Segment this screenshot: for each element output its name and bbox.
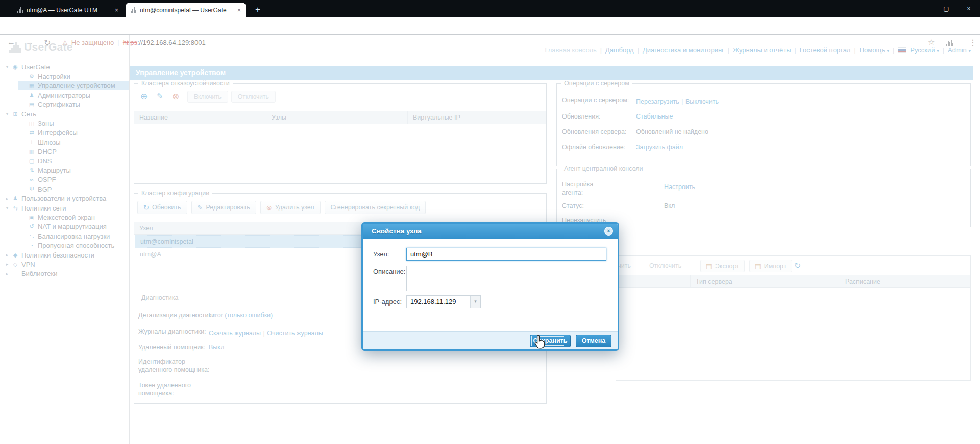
expand-arrow-icon[interactable]: ▾ (4, 205, 10, 211)
new-tab-button[interactable]: + (252, 4, 263, 15)
expand-arrow-icon[interactable]: ▾ (4, 111, 10, 116)
refresh-button[interactable]: ↻Обновить (137, 201, 187, 214)
sidebar-item-ospf[interactable]: ∞OSPF (0, 175, 129, 184)
console-agent-section: Агент централной консоли Настройка агент… (556, 169, 971, 227)
sidebar-item-network-policies[interactable]: ▾⇆Политики сети (0, 203, 129, 213)
nav-diagnostics[interactable]: Диагностика и мониторинг (643, 46, 724, 54)
delete-icon[interactable]: ⊗ (172, 91, 179, 102)
remote-assistant-link[interactable]: Выкл (209, 344, 224, 351)
column-header-schedule[interactable]: Расписание (840, 275, 970, 287)
sidebar-item-certificates[interactable]: ▤Сертификаты (0, 100, 129, 109)
agent-configure-link[interactable]: Настроить (664, 183, 695, 191)
tab-close-icon[interactable]: × (115, 7, 118, 14)
upload-file-link[interactable]: Загрузить файл (636, 144, 683, 151)
divider: | (893, 46, 894, 54)
sidebar-item-load-balancing[interactable]: ⇋Балансировка нагрузки (0, 231, 129, 241)
generate-secret-button[interactable]: Сгенерировать секретный код (325, 201, 426, 214)
column-header-nodes[interactable]: Узлы (266, 111, 408, 124)
collapse-arrow-icon[interactable]: ▸ (4, 262, 10, 267)
sidebar-item-vpn[interactable]: ▸◇VPN (0, 260, 129, 269)
sidebar-item-users-devices[interactable]: ▸♟Пользователи и устройства (0, 194, 129, 203)
refresh-icon: ↻ (143, 204, 149, 212)
edit-pencil-icon[interactable]: ✎ (157, 91, 163, 101)
column-header-virtual-ip[interactable]: Виртуальные IP (408, 111, 546, 124)
offline-update-label: Офлайн обновление: (562, 144, 625, 151)
window-maximize-button[interactable]: ▢ (935, 0, 958, 17)
servers-disable-button[interactable]: Отключить (649, 262, 681, 269)
sidebar-item-usergate[interactable]: ▾◉UserGate (0, 62, 129, 72)
sidebar-item-nat-routing[interactable]: ↺NAT и маршрутизация (0, 222, 129, 231)
nav-dashboard[interactable]: Дашборд (605, 46, 634, 54)
server-ops-links: Перезагрузить | Выключить (636, 97, 719, 106)
nav-main-console[interactable]: Главная консоль (545, 46, 596, 54)
export-button[interactable]: ▤Экспорт (700, 260, 745, 272)
updates-channel-link[interactable]: Стабильные (636, 113, 673, 120)
description-textarea[interactable] (406, 266, 606, 291)
expand-arrow-icon[interactable]: ▾ (4, 64, 10, 69)
enable-button[interactable]: Включить (187, 91, 228, 103)
sidebar-item-bgp[interactable]: ΨBGP (0, 184, 129, 194)
sidebar-item-settings[interactable]: ⚙Настройки (0, 72, 129, 81)
node-name-input[interactable] (406, 248, 606, 261)
window-close-button[interactable]: × (958, 0, 980, 17)
collapse-arrow-icon[interactable]: ▸ (4, 196, 10, 201)
column-header-hidden[interactable] (616, 275, 691, 287)
cancel-button[interactable]: Отмена (576, 335, 611, 347)
sidebar-item-interfaces[interactable]: ⇄Интерфейсы (0, 128, 129, 137)
sidebar-item-device-management[interactable]: ▦Управление устройством (0, 81, 129, 90)
column-header-server-type[interactable]: Тип сервера (691, 275, 840, 287)
sidebar-item-gateways[interactable]: ⊥Шлюзы (0, 137, 129, 147)
download-logs-link[interactable]: Скачать журналы (209, 330, 261, 337)
usergate-favicon (131, 7, 136, 13)
sidebar-item-zones[interactable]: ◫Зоны (0, 119, 129, 128)
window-minimize-button[interactable]: – (913, 0, 935, 17)
sidebar-item-dhcp[interactable]: ▥DHCP (0, 147, 129, 156)
collapse-arrow-icon[interactable]: ▸ (4, 271, 10, 276)
browser-tab-2-active[interactable]: utm@comintspetal — UserGate U × (126, 3, 246, 17)
cluster-toolbar: ↻Обновить ✎Редактировать ⊗Удалить узел С… (137, 201, 426, 214)
sidebar-item-routes[interactable]: ⇅Маршруты (0, 166, 129, 175)
url-field[interactable]: ⚠ Не защищено | https://192.168.64.129:8… (62, 39, 206, 46)
shutdown-link[interactable]: Выключить (685, 98, 719, 105)
tab-close-icon[interactable]: × (237, 7, 241, 14)
refresh-icon[interactable]: ↻ (794, 261, 801, 270)
add-icon[interactable]: ⊕ (140, 91, 148, 102)
nat-icon: ↺ (28, 223, 36, 230)
import-button[interactable]: ▤Импорт (749, 260, 792, 272)
diag-detail-link[interactable]: Error (только ошибки) (209, 312, 273, 319)
admin-user-menu[interactable]: Admin ▾ (948, 46, 971, 54)
edit-node-button[interactable]: ✎Редактировать (191, 201, 256, 214)
gateway-icon: ⊥ (28, 139, 36, 146)
language-menu[interactable]: Русский ▾ (910, 46, 939, 54)
nav-logs-reports[interactable]: Журналы и отчёты (733, 46, 791, 54)
reboot-link[interactable]: Перезагрузить (636, 98, 679, 105)
divider: | (638, 46, 639, 54)
agent-status-value: Вкл (664, 202, 675, 209)
sidebar-item-firewall[interactable]: ▣Межсетевой экран (0, 213, 129, 222)
server-operations-section: Операции с сервером Операции с сервером:… (556, 83, 971, 166)
url-scheme: https (123, 39, 137, 46)
sidebar-item-bandwidth[interactable]: ◔Пропускная способность (0, 241, 129, 250)
dns-icon: ▢ (28, 158, 36, 165)
collapse-arrow-icon[interactable]: ▸ (4, 252, 10, 258)
disable-button[interactable]: Отключить (231, 91, 276, 103)
column-header-name[interactable]: Название (134, 111, 266, 124)
network-icon: ⊞ (11, 111, 19, 118)
shield-icon: ◆ (11, 252, 19, 259)
sidebar-item-security-policies[interactable]: ▸◆Политики безопасности (0, 250, 129, 260)
sidebar-item-administrators[interactable]: ♟Администраторы (0, 90, 129, 100)
sidebar-item-libraries[interactable]: ▸≡Библиотеки (0, 269, 129, 278)
browser-tab-1[interactable]: utm@A — UserGate UTM × (12, 3, 124, 17)
chevron-down-icon[interactable]: ▾ (470, 296, 480, 308)
close-icon[interactable]: × (604, 227, 613, 236)
usergate-favicon (17, 7, 23, 13)
delete-node-button[interactable]: ⊗Удалить узел (260, 201, 321, 214)
assistant-id-label: Идентификатор удаленного помощника: (138, 358, 216, 374)
section-legend: Кластера отказоустойчивости (138, 80, 233, 87)
clear-logs-link[interactable]: Очистить журналы (267, 330, 323, 337)
help-menu[interactable]: Помощь ▾ (860, 46, 889, 54)
nav-guest-portal[interactable]: Гостевой портал (800, 46, 851, 54)
sidebar-item-network[interactable]: ▾⊞Сеть (0, 109, 129, 119)
sidebar-item-dns[interactable]: ▢DNS (0, 156, 129, 166)
ip-address-select[interactable]: 192.168.11.129 ▾ (406, 295, 481, 308)
